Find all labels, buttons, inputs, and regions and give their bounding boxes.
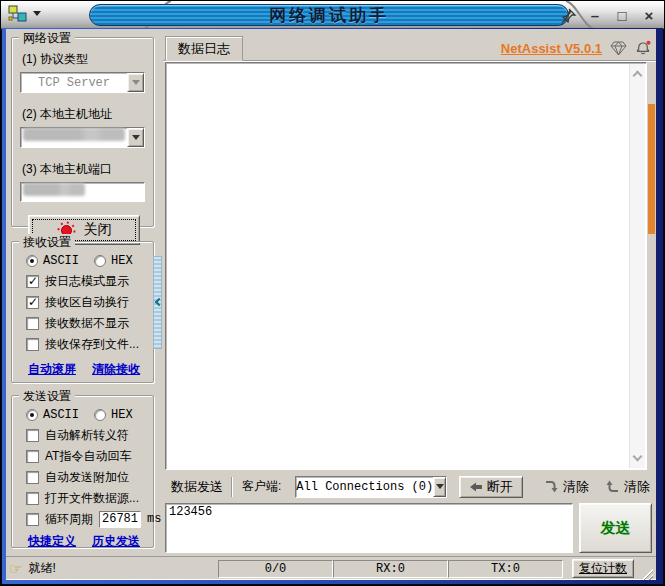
host-port-label: (3) 本地主机端口 bbox=[22, 161, 147, 178]
receive-hex-label: HEX bbox=[111, 254, 133, 268]
network-settings-group: 网络设置 (1) 协议类型 TCP Server (2) 本地主机地址 (3) … bbox=[11, 37, 154, 227]
checkbox-checked-icon[interactable] bbox=[26, 275, 39, 288]
checkbox-icon[interactable] bbox=[26, 471, 39, 484]
arrow-left-icon bbox=[470, 481, 483, 493]
checkbox-icon[interactable] bbox=[26, 492, 39, 505]
protocol-value: TCP Server bbox=[21, 73, 127, 92]
auto-append-label: 自动发送附加位 bbox=[45, 469, 129, 486]
send-input-row: 123456 发送 bbox=[165, 503, 652, 553]
window-title: 网络调试助手 bbox=[269, 4, 389, 27]
cycle-period-label: 循环周期 bbox=[45, 511, 93, 528]
send-hex-radio[interactable] bbox=[94, 409, 106, 421]
cycle-period-option[interactable]: 循环周期 ms bbox=[26, 512, 149, 526]
send-button[interactable]: 发送 bbox=[579, 503, 652, 553]
send-button-label: 发送 bbox=[601, 519, 631, 538]
reset-count-button[interactable]: 复位计数 bbox=[572, 559, 634, 578]
host-port-input[interactable] bbox=[20, 182, 145, 202]
pin-icon[interactable] bbox=[560, 7, 577, 24]
panel-collapse-splitter[interactable] bbox=[153, 256, 162, 349]
maximize-button[interactable]: □ bbox=[613, 5, 631, 25]
chevron-down-icon bbox=[436, 484, 444, 489]
file-source-option[interactable]: 打开文件数据源... bbox=[26, 491, 149, 505]
receive-ascii-label: ASCII bbox=[43, 254, 79, 268]
checkbox-icon[interactable] bbox=[26, 338, 39, 351]
hide-received-option[interactable]: 接收数据不显示 bbox=[26, 316, 149, 330]
hide-received-label: 接收数据不显示 bbox=[45, 315, 129, 332]
auto-scroll-link[interactable]: 自动滚屏 bbox=[28, 361, 76, 378]
save-to-file-option[interactable]: 接收保存到文件... bbox=[26, 337, 149, 351]
pointing-hand-icon: ☞ bbox=[9, 563, 22, 575]
app-window: 网络调试助手 – □ × 网络设置 (1) 协议类型 TCP S bbox=[0, 0, 665, 586]
protocol-label: (1) 协议类型 bbox=[22, 51, 147, 68]
reset-count-label: 复位计数 bbox=[579, 560, 627, 577]
client-dropdown-button[interactable] bbox=[433, 477, 446, 497]
rx-counter: RX:0 bbox=[333, 560, 448, 578]
checkbox-icon[interactable] bbox=[26, 513, 39, 526]
send-control-bar: 数据发送 客户端: All Connections (0) 断开 bbox=[165, 473, 652, 500]
checkbox-checked-icon[interactable] bbox=[26, 296, 39, 309]
title-pill: 网络调试助手 bbox=[89, 4, 569, 26]
data-log-area[interactable] bbox=[165, 62, 647, 470]
version-link[interactable]: NetAssist V5.0.1 bbox=[501, 41, 602, 56]
settings-panel: 网络设置 (1) 协议类型 TCP Server (2) 本地主机地址 (3) … bbox=[6, 29, 158, 556]
protocol-select[interactable]: TCP Server bbox=[20, 72, 145, 93]
log-panel: 数据日志 NetAssist V5.0.1 bbox=[163, 29, 656, 556]
receive-hex-radio[interactable] bbox=[94, 255, 106, 267]
clear-send-button[interactable]: 清除 bbox=[605, 478, 650, 496]
send-ascii-label: ASCII bbox=[43, 408, 79, 422]
data-log-tab-label: 数据日志 bbox=[178, 40, 230, 58]
auto-wrap-label: 接收区自动换行 bbox=[45, 294, 129, 311]
checkbox-icon[interactable] bbox=[26, 429, 39, 442]
tab-data-send[interactable]: 数据发送 bbox=[165, 478, 231, 496]
host-address-dropdown-button[interactable] bbox=[127, 128, 144, 147]
log-mode-option[interactable]: 按日志模式显示 bbox=[26, 274, 149, 288]
cycle-period-input[interactable] bbox=[99, 511, 141, 528]
file-source-label: 打开文件数据源... bbox=[45, 490, 139, 507]
tab-data-log[interactable]: 数据日志 bbox=[165, 36, 243, 61]
receive-settings-group: 接收设置 ASCII HEX 按日志模式显示 接收区自动换行 接 bbox=[11, 241, 154, 383]
tx-counter: TX:0 bbox=[448, 560, 563, 578]
arrow-curve-up-icon bbox=[605, 479, 620, 494]
checkbox-icon[interactable] bbox=[26, 317, 39, 330]
at-cr-option[interactable]: AT指令自动回车 bbox=[26, 449, 149, 463]
scroll-up-icon[interactable] bbox=[633, 71, 643, 81]
log-tab-bar: 数据日志 NetAssist V5.0.1 bbox=[163, 29, 656, 61]
shortcut-define-link[interactable]: 快捷定义 bbox=[28, 533, 76, 550]
escape-parse-option[interactable]: 自动解析转义符 bbox=[26, 428, 149, 442]
send-hex-label: HEX bbox=[111, 408, 133, 422]
minimize-button[interactable]: – bbox=[586, 5, 604, 25]
disconnect-button[interactable]: 断开 bbox=[459, 476, 523, 498]
chevron-left-icon bbox=[155, 298, 163, 306]
history-send-link[interactable]: 历史发送 bbox=[92, 533, 140, 550]
title-bar: 网络调试助手 – □ × bbox=[1, 1, 664, 29]
receive-settings-title: 接收设置 bbox=[19, 234, 75, 251]
receive-ascii-radio[interactable] bbox=[26, 255, 38, 267]
bell-notification-icon[interactable] bbox=[635, 40, 652, 56]
host-address-label: (2) 本地主机地址 bbox=[22, 106, 147, 123]
resize-grip[interactable] bbox=[640, 567, 653, 580]
main-content: 网络设置 (1) 协议类型 TCP Server (2) 本地主机地址 (3) … bbox=[6, 29, 656, 580]
checkbox-icon[interactable] bbox=[26, 450, 39, 463]
clear-receive-link[interactable]: 清除接收 bbox=[92, 361, 140, 378]
log-scrollbar[interactable] bbox=[629, 64, 645, 468]
clear-receive-button[interactable]: 清除 bbox=[544, 478, 589, 496]
close-button[interactable]: × bbox=[640, 5, 658, 25]
arrow-curve-down-icon bbox=[544, 479, 559, 494]
scroll-down-icon[interactable] bbox=[633, 452, 643, 462]
host-address-select[interactable] bbox=[20, 127, 145, 148]
clear-receive-label: 清除 bbox=[563, 478, 589, 496]
send-settings-group: 发送设置 ASCII HEX 自动解析转义符 AT指令自动回车 bbox=[11, 395, 154, 548]
disconnect-label: 断开 bbox=[487, 478, 513, 496]
app-menu-caret-icon[interactable] bbox=[33, 11, 41, 16]
auto-wrap-option[interactable]: 接收区自动换行 bbox=[26, 295, 149, 309]
protocol-dropdown-button[interactable] bbox=[127, 73, 144, 92]
app-icon[interactable] bbox=[8, 5, 27, 22]
auto-append-option[interactable]: 自动发送附加位 bbox=[26, 470, 149, 484]
send-data-input[interactable]: 123456 bbox=[165, 503, 573, 553]
clear-send-label: 清除 bbox=[624, 478, 650, 496]
diamond-icon[interactable] bbox=[610, 41, 627, 56]
send-ascii-radio[interactable] bbox=[26, 409, 38, 421]
escape-parse-label: 自动解析转义符 bbox=[45, 427, 129, 444]
cycle-unit-label: ms bbox=[147, 512, 161, 526]
client-select[interactable]: All Connections (0) bbox=[295, 476, 447, 498]
